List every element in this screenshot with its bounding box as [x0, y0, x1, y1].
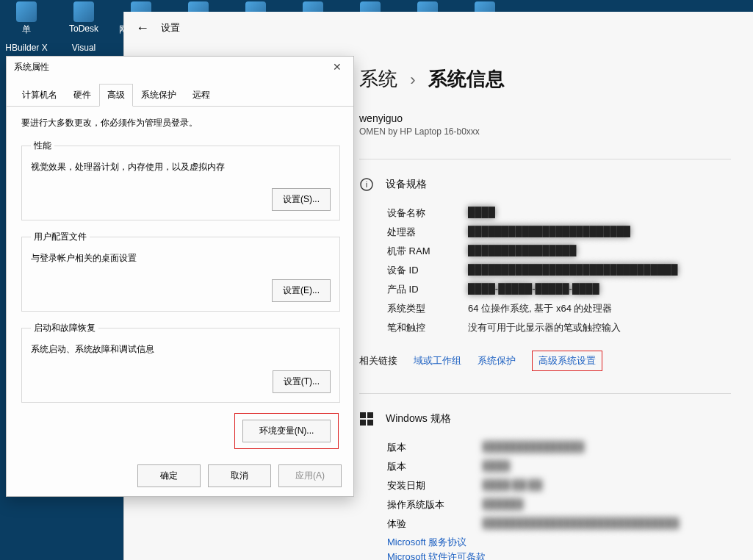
group-startup-recovery-legend: 启动和故障恢复: [31, 322, 98, 334]
windows-specs-title: Windows 规格: [386, 412, 451, 426]
ok-button[interactable]: 确定: [137, 464, 201, 487]
settings-title: 设置: [161, 21, 180, 35]
startup-recovery-settings-button[interactable]: 设置(T)...: [273, 370, 331, 393]
group-user-profiles-desc: 与登录帐户相关的桌面设置: [31, 252, 331, 265]
tab-strip: 计算机名 硬件 高级 系统保护 远程: [7, 77, 353, 107]
spec-label: 操作系统版本: [387, 498, 483, 511]
windows-logo-icon: [359, 412, 374, 426]
spec-label: 机带 RAM: [387, 245, 468, 258]
system-properties-dialog: 系统属性 ✕ 计算机名 硬件 高级 系统保护 远程 要进行大多数更改，你必须作为…: [6, 56, 354, 497]
spec-value: ████-█████-█████-████: [468, 283, 731, 296]
group-user-profiles-legend: 用户配置文件: [31, 231, 90, 243]
dialog-title: 系统属性: [14, 61, 49, 73]
svg-rect-5: [367, 420, 373, 426]
svg-rect-4: [360, 420, 366, 426]
link-system-protection[interactable]: 系统保护: [478, 354, 516, 367]
desktop-icon[interactable]: 单: [4, 1, 48, 49]
windows-specs-card: Windows 规格 版本███████████████ 版本████ 安装日期…: [359, 393, 731, 560]
environment-variables-button[interactable]: 环境变量(N)...: [242, 420, 331, 442]
desktop-icons-row-2: HBuilder X Visual: [4, 43, 106, 53]
username: wenyiguo: [359, 112, 731, 124]
link-domain-workgroup[interactable]: 域或工作组: [414, 354, 461, 367]
user-profiles-settings-button[interactable]: 设置(E)...: [272, 279, 331, 302]
spec-label: 系统类型: [387, 302, 468, 315]
device-specs-title: 设备规格: [386, 178, 427, 191]
dialog-content: 要进行大多数更改，你必须作为管理员登录。 性能 视觉效果，处理器计划，内存使用，…: [7, 107, 353, 455]
spec-value: ███████████████: [483, 441, 731, 454]
svg-rect-2: [360, 412, 366, 418]
desktop-icon[interactable]: Visual: [62, 43, 106, 53]
tab-computer-name[interactable]: 计算机名: [14, 84, 65, 107]
spec-label: 安装日期: [387, 479, 483, 492]
spec-label: 体验: [387, 517, 483, 531]
back-button[interactable]: ←: [136, 21, 149, 36]
dialog-title-bar: 系统属性 ✕: [7, 57, 353, 77]
spec-label: 版本: [387, 441, 483, 454]
performance-settings-button[interactable]: 设置(S)...: [272, 188, 331, 211]
settings-header: ← 设置: [124, 12, 753, 44]
spec-value: ████: [468, 207, 731, 220]
spec-value: ████/██/██: [483, 479, 731, 492]
group-startup-recovery: 启动和故障恢复 系统启动、系统故障和调试信息 设置(T)...: [21, 322, 340, 403]
device-specs-grid: 设备名称████ 处理器████████████████████████ 机带 …: [387, 207, 731, 334]
spec-label: 设备 ID: [387, 264, 468, 277]
breadcrumb: 系统 › 系统信息: [359, 66, 731, 92]
environment-variables-row: 环境变量(N)...: [21, 413, 340, 449]
spec-label: 产品 ID: [387, 283, 468, 296]
breadcrumb-separator: ›: [410, 71, 415, 89]
spec-value: ████████████████: [468, 245, 731, 258]
svg-rect-3: [367, 412, 373, 418]
desktop-icon[interactable]: ToDesk: [62, 1, 106, 49]
tab-system-protection[interactable]: 系统保护: [133, 84, 184, 107]
link-advanced-system-settings[interactable]: 高级系统设置: [532, 351, 602, 371]
link-ms-service-agreement[interactable]: Microsoft 服务协议: [387, 535, 731, 550]
link-ms-license-terms[interactable]: Microsoft 软件许可条款: [387, 550, 731, 561]
spec-label: 设备名称: [387, 207, 468, 220]
apply-button[interactable]: 应用(A): [278, 464, 342, 487]
spec-value: ████: [483, 460, 731, 473]
group-user-profiles: 用户配置文件 与登录帐户相关的桌面设置 设置(E)...: [21, 231, 340, 312]
related-links-label: 相关链接: [359, 354, 397, 367]
spec-label: 版本: [387, 460, 483, 473]
info-icon: i: [359, 177, 374, 192]
spec-value: █████████████████████████████: [483, 517, 731, 531]
breadcrumb-leaf: 系统信息: [428, 68, 505, 90]
tab-advanced[interactable]: 高级: [99, 84, 133, 107]
settings-body: 系统 › 系统信息 wenyiguo OMEN by HP Laptop 16-…: [345, 56, 746, 560]
svg-text:i: i: [366, 180, 367, 189]
admin-note: 要进行大多数更改，你必须作为管理员登录。: [21, 117, 340, 129]
spec-label: 处理器: [387, 226, 468, 239]
device-model: OMEN by HP Laptop 16-b0xxx: [359, 126, 731, 137]
breadcrumb-root[interactable]: 系统: [359, 68, 397, 90]
ms-links: Microsoft 服务协议 Microsoft 软件许可条款: [387, 535, 731, 560]
group-startup-recovery-desc: 系统启动、系统故障和调试信息: [31, 343, 331, 356]
group-performance: 性能 视觉效果，处理器计划，内存使用，以及虚拟内存 设置(S)...: [21, 140, 340, 220]
device-specs-card: i 设备规格 设备名称████ 处理器█████████████████████…: [359, 159, 731, 371]
tab-remote[interactable]: 远程: [184, 84, 218, 107]
spec-value: ██████: [483, 498, 731, 511]
spec-label: 笔和触控: [387, 321, 468, 334]
spec-value: ████████████████████████: [468, 226, 731, 239]
dialog-footer: 确定 取消 应用(A): [137, 464, 342, 487]
close-button[interactable]: ✕: [328, 61, 346, 73]
related-links: 相关链接 域或工作组 系统保护 高级系统设置: [359, 351, 731, 371]
spec-value: 64 位操作系统, 基于 x64 的处理器: [468, 302, 731, 315]
spec-value: 没有可用于此显示器的笔或触控输入: [468, 321, 731, 334]
spec-value: ███████████████████████████████: [468, 264, 731, 277]
tab-hardware[interactable]: 硬件: [65, 84, 99, 107]
group-performance-desc: 视觉效果，处理器计划，内存使用，以及虚拟内存: [31, 161, 331, 173]
cancel-button[interactable]: 取消: [208, 464, 271, 487]
windows-specs-grid: 版本███████████████ 版本████ 安装日期████/██/██ …: [387, 441, 731, 531]
group-performance-legend: 性能: [31, 140, 54, 152]
desktop-icon[interactable]: HBuilder X: [4, 43, 48, 53]
